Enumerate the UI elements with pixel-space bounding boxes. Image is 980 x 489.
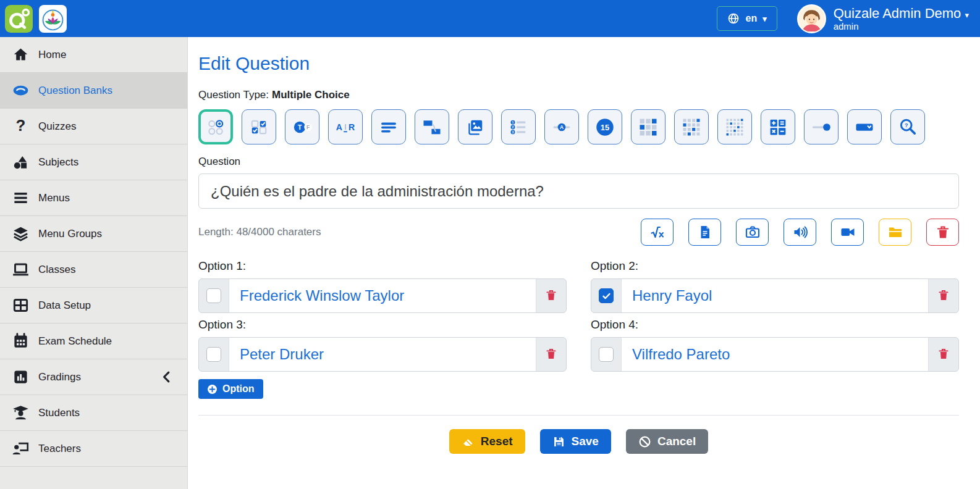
option-delete-button[interactable]: [934, 285, 953, 307]
option-correct-checkbox[interactable]: [599, 347, 614, 362]
question-type-value: Multiple Choice: [272, 89, 350, 101]
option-text-input[interactable]: [229, 338, 536, 371]
type-button-matching[interactable]: [415, 109, 449, 144]
plus-circle-icon: [207, 384, 218, 395]
chevron-left-icon: [158, 369, 175, 385]
sidebar-item-label: Question Banks: [38, 85, 112, 97]
grid-5x5-icon: [724, 116, 746, 138]
media-button-document[interactable]: [688, 219, 721, 246]
graduate-icon: [12, 404, 29, 421]
type-button-ordered-list[interactable]: 123: [501, 109, 536, 144]
media-button-video[interactable]: [831, 219, 864, 246]
language-selector[interactable]: en ▾: [717, 6, 777, 31]
sidebar-item-students[interactable]: Students: [0, 395, 187, 431]
question-type-toolbar: TFAIR123A15?: [198, 109, 959, 144]
text-format-icon: AIR: [334, 116, 357, 138]
sidebar-item-menus[interactable]: Menus: [0, 180, 187, 216]
svg-text:F: F: [306, 124, 310, 130]
media-toolbar: [641, 219, 959, 246]
quizale-logo-icon: [5, 5, 33, 33]
slider-label-icon: A: [551, 116, 573, 138]
sidebar-item-teachers[interactable]: Teachers: [0, 431, 187, 467]
type-button-math-operations[interactable]: [761, 109, 795, 144]
caret-down-icon: ▾: [965, 10, 969, 20]
option-correct-checkbox[interactable]: [599, 288, 614, 303]
svg-text:R: R: [348, 122, 355, 132]
trash-icon: [936, 225, 950, 240]
reset-button[interactable]: Reset: [449, 429, 525, 454]
type-button-true-false[interactable]: TF: [285, 109, 319, 144]
option-label: Option 1:: [198, 259, 567, 273]
trash-icon: [937, 295, 950, 304]
reset-label: Reset: [481, 435, 513, 448]
ordered-list-icon: 123: [507, 116, 530, 138]
option-text-input[interactable]: [621, 279, 929, 312]
cancel-icon: [638, 435, 651, 448]
formula-icon: [650, 225, 665, 240]
dropdown-icon: [853, 116, 876, 138]
numeric-15-icon: 15: [594, 116, 616, 138]
svg-text:15: 15: [601, 122, 609, 132]
media-button-folder[interactable]: [879, 219, 911, 246]
option-text-input[interactable]: [621, 338, 929, 371]
sidebar-item-menu-groups[interactable]: Menu Groups: [0, 216, 187, 252]
option-block-1: Option 1:: [198, 259, 567, 313]
option-text-input[interactable]: [229, 279, 536, 312]
type-button-grid-5x5[interactable]: [717, 109, 752, 144]
sidebar-item-data-setup[interactable]: Data Setup: [0, 288, 187, 324]
image-choice-icon: [464, 116, 486, 138]
svg-text:I: I: [344, 122, 346, 131]
type-button-single-choice[interactable]: [198, 109, 233, 144]
length-counter: Length: 48/4000 charaters: [198, 226, 321, 238]
sidebar-item-quizzes[interactable]: ?Quizzes: [0, 109, 187, 144]
avatar-icon: [798, 6, 825, 32]
media-button-camera[interactable]: [736, 219, 769, 246]
grid-3x3-icon: [637, 116, 659, 138]
option-correct-checkbox[interactable]: [206, 347, 221, 362]
svg-text:A: A: [560, 123, 564, 130]
type-button-text-format[interactable]: AIR: [328, 109, 363, 144]
svg-text:?: ?: [905, 122, 908, 128]
lotus-logo[interactable]: [39, 5, 67, 33]
type-button-dropdown[interactable]: [847, 109, 882, 144]
shapes-icon: [12, 154, 29, 170]
option-delete-button[interactable]: [934, 343, 953, 366]
sidebar-item-gradings[interactable]: Gradings: [0, 359, 187, 395]
sidebar-item-label: Subjects: [38, 156, 78, 169]
option-delete-button[interactable]: [541, 285, 561, 307]
option-row: [591, 278, 959, 313]
media-button-trash[interactable]: [926, 219, 959, 246]
type-button-grid-4x4[interactable]: [674, 109, 709, 144]
question-type-label: Question Type:: [198, 89, 269, 101]
media-button-formula[interactable]: [641, 219, 674, 246]
type-button-multi-choice[interactable]: [242, 109, 276, 144]
sidebar-item-question-banks[interactable]: Question Banks: [0, 73, 187, 109]
document-icon: [698, 225, 712, 240]
options-grid: Option 1:Option 2:Option 3:Option 4:: [198, 259, 959, 377]
option-delete-button[interactable]: [541, 343, 561, 366]
save-button[interactable]: Save: [540, 429, 611, 454]
home-icon: [12, 46, 29, 63]
add-option-button[interactable]: Option: [198, 379, 263, 399]
layers-icon: [12, 225, 29, 242]
type-button-slider-label[interactable]: A: [544, 109, 579, 144]
user-menu[interactable]: Quizale Admin Demo ▾ admin: [797, 4, 969, 33]
option-label: Option 4:: [591, 318, 959, 332]
option-correct-checkbox[interactable]: [206, 288, 221, 303]
quizale-logo[interactable]: [5, 5, 33, 33]
type-button-numeric-15[interactable]: 15: [588, 109, 622, 144]
sidebar-item-subjects[interactable]: Subjects: [0, 144, 187, 180]
question-input[interactable]: [198, 173, 959, 209]
type-button-image-choice[interactable]: [458, 109, 492, 144]
type-button-paragraph-lines[interactable]: [371, 109, 406, 144]
option-block-4: Option 4:: [591, 318, 959, 372]
sidebar-item-exam-schedule[interactable]: Exam Schedule: [0, 324, 187, 359]
sidebar-item-classes[interactable]: Classes: [0, 252, 187, 288]
type-button-grid-3x3[interactable]: [631, 109, 665, 144]
sidebar-item-home[interactable]: Home: [0, 37, 187, 73]
matching-icon: [421, 116, 443, 138]
cancel-button[interactable]: Cancel: [626, 429, 708, 454]
type-button-magnifier-hotspot[interactable]: ?: [890, 109, 925, 144]
type-button-slider[interactable]: [804, 109, 838, 144]
media-button-audio[interactable]: [784, 219, 816, 246]
